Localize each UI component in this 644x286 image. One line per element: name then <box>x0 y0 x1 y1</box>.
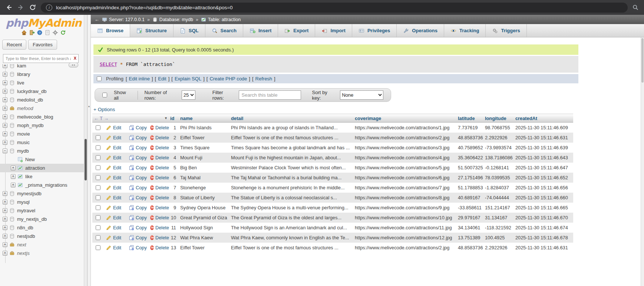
tree-item-n8n_db[interactable]: +n8n_db <box>0 223 84 232</box>
number-of-rows-select[interactable]: 25 <box>182 90 195 100</box>
copy-link[interactable]: Copy <box>136 225 147 230</box>
tree-item-library[interactable]: +library <box>0 70 84 79</box>
edit-link[interactable]: Edit <box>113 155 121 160</box>
tab-privileges[interactable]: Privileges <box>352 24 397 37</box>
tree-item-live[interactable]: +live <box>0 79 84 87</box>
delete-link[interactable]: Delete <box>155 175 169 180</box>
address-bar[interactable]: i localhost/phpmyadmin/index.php?route=/… <box>41 3 628 13</box>
delete-link[interactable]: Delete <box>155 205 169 210</box>
row-select-checkbox[interactable] <box>96 165 100 170</box>
edit-row-action[interactable]: Edit <box>104 125 126 130</box>
copy-row-action[interactable]: Copy <box>126 215 148 220</box>
edit-link[interactable]: Edit <box>113 185 121 190</box>
arrow-right-icon[interactable]: → <box>104 116 109 121</box>
expand-icon[interactable]: + <box>3 132 7 136</box>
row-select-checkbox[interactable] <box>96 175 100 180</box>
tree-item-mytravel[interactable]: +mytravel <box>0 206 84 215</box>
tree-item-moph_mydb[interactable]: +moph_mydb <box>0 121 84 130</box>
docs-icon[interactable] <box>44 30 50 36</box>
edit-row-action[interactable]: Edit <box>104 135 126 140</box>
delete-link[interactable]: Delete <box>155 165 169 170</box>
column-header-createdat[interactable]: createdAt <box>514 116 573 121</box>
edit-row-action[interactable]: Edit <box>104 245 126 250</box>
page-scrollbar[interactable] <box>641 37 644 286</box>
breadcrumb-item[interactable]: Database: mydb <box>152 17 193 22</box>
copy-link[interactable]: Copy <box>136 125 147 130</box>
copy-row-action[interactable]: Copy <box>126 155 148 160</box>
query-link-create-php-code[interactable]: Create PHP code <box>209 76 247 82</box>
expand-icon[interactable]: + <box>3 251 7 256</box>
tab-import[interactable]: Import <box>315 24 352 37</box>
edit-row-action[interactable]: Edit <box>104 195 126 200</box>
expand-icon[interactable]: + <box>3 64 7 68</box>
tree-filter-input[interactable] <box>3 54 79 63</box>
show-all-checkbox[interactable] <box>102 93 107 97</box>
delete-link[interactable]: Delete <box>155 155 169 160</box>
edit-link[interactable]: Edit <box>113 165 121 170</box>
edit-link[interactable]: Edit <box>113 135 121 140</box>
delete-row-action[interactable]: Delete <box>148 155 169 160</box>
row-select-checkbox[interactable] <box>96 155 100 160</box>
delete-row-action[interactable]: Delete <box>148 235 169 240</box>
tab-tracking[interactable]: Tracking <box>444 24 486 37</box>
column-header-detail[interactable]: detail <box>230 116 354 121</box>
tab-sql[interactable]: SQL <box>174 24 205 37</box>
delete-link[interactable]: Delete <box>155 225 169 230</box>
delete-row-action[interactable]: Delete <box>148 205 169 210</box>
copy-row-action[interactable]: Copy <box>126 175 148 180</box>
tab-triggers[interactable]: Triggers <box>486 24 526 37</box>
home-icon[interactable] <box>21 30 27 36</box>
breadcrumb-item[interactable]: Server: 127.0.0.1 <box>102 17 145 22</box>
expand-icon[interactable]: + <box>3 225 7 230</box>
delete-row-action[interactable]: Delete <box>148 215 169 220</box>
tree-item-mynestjsdb[interactable]: +mynestjsdb <box>0 189 84 198</box>
help-icon[interactable]: ? <box>37 30 43 36</box>
row-select-checkbox[interactable] <box>96 225 100 230</box>
tree-item-my_nextjs_db[interactable]: +my_nextjs_db <box>0 215 84 223</box>
copy-row-action[interactable]: Copy <box>126 225 148 230</box>
row-select-checkbox[interactable] <box>96 195 100 200</box>
copy-link[interactable]: Copy <box>136 175 147 180</box>
copy-row-action[interactable]: Copy <box>126 165 148 170</box>
tree-item-like[interactable]: +like <box>0 172 84 181</box>
expand-icon[interactable]: + <box>3 242 7 247</box>
query-link-explain-sql[interactable]: Explain SQL <box>175 76 201 82</box>
delete-link[interactable]: Delete <box>155 195 169 200</box>
expand-icon[interactable]: + <box>3 106 7 111</box>
transpose-controls[interactable]: ← T → <box>94 116 109 121</box>
row-select-checkbox[interactable] <box>96 245 100 250</box>
row-select-checkbox[interactable] <box>96 135 100 140</box>
copy-link[interactable]: Copy <box>136 165 147 170</box>
copy-link[interactable]: Copy <box>136 205 147 210</box>
copy-link[interactable]: Copy <box>136 135 147 140</box>
browser-back-icon[interactable] <box>5 4 13 11</box>
content-scrollbar[interactable]: ▲ <box>87 15 91 286</box>
tree-item-attraction[interactable]: +attraction <box>0 164 84 172</box>
delete-link[interactable]: Delete <box>155 145 169 150</box>
edit-row-action[interactable]: Edit <box>104 145 126 150</box>
tab-structure[interactable]: Structure <box>130 24 174 37</box>
column-header-id[interactable]: id <box>169 116 179 121</box>
tree-item-luckydraw_db[interactable]: +luckydraw_db <box>0 87 84 96</box>
delete-row-action[interactable]: Delete <box>148 165 169 170</box>
tree-item-nestjsdb[interactable]: +nestjsdb <box>0 232 84 240</box>
edit-link[interactable]: Edit <box>113 195 121 200</box>
collapse-arrow-icon[interactable]: ← <box>95 17 99 22</box>
edit-link[interactable]: Edit <box>113 125 121 130</box>
delete-row-action[interactable]: Delete <box>148 195 169 200</box>
copy-link[interactable]: Copy <box>136 215 147 220</box>
arrow-left-icon[interactable]: ← <box>94 116 99 121</box>
sidebar-scrollbar[interactable] <box>84 15 87 286</box>
profiling-checkbox[interactable] <box>97 76 102 81</box>
copy-row-action[interactable]: Copy <box>126 205 148 210</box>
copy-link[interactable]: Copy <box>136 195 147 200</box>
settings-icon[interactable] <box>52 30 58 36</box>
column-header-coverimage[interactable]: coverimage <box>354 116 457 121</box>
tab-operations[interactable]: Operations <box>397 24 444 37</box>
edit-row-action[interactable]: Edit <box>104 185 126 190</box>
edit-row-action[interactable]: Edit <box>104 165 126 170</box>
copy-row-action[interactable]: Copy <box>126 125 148 130</box>
delete-row-action[interactable]: Delete <box>148 185 169 190</box>
copy-link[interactable]: Copy <box>136 145 147 150</box>
copy-row-action[interactable]: Copy <box>126 195 148 200</box>
